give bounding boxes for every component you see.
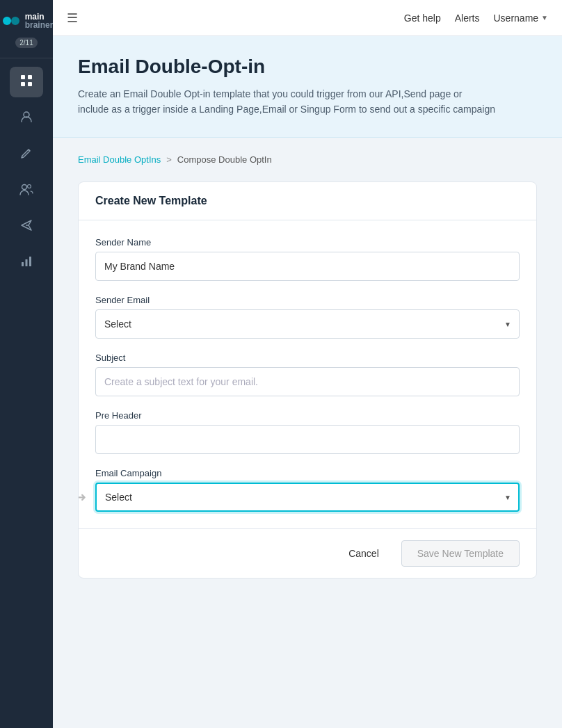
svg-rect-5: [28, 82, 32, 86]
username-label: Username: [494, 13, 539, 24]
svg-rect-3: [28, 75, 32, 79]
email-campaign-select-wrapper: Select: [95, 483, 520, 512]
pre-header-field-group: Pre Header: [95, 410, 520, 454]
logo-icon: [0, 10, 22, 32]
svg-point-1: [11, 17, 19, 25]
send-icon: [20, 219, 33, 235]
pre-header-input[interactable]: [95, 425, 520, 454]
main-content: Email Double-Opt-in Create an Email Doub…: [53, 36, 562, 728]
page-title: Email Double-Opt-in: [78, 56, 537, 78]
breadcrumb-link[interactable]: Email Double OptIns: [78, 154, 161, 165]
breadcrumb: Email Double OptIns > Compose Double Opt…: [78, 154, 537, 165]
svg-point-8: [28, 184, 31, 188]
svg-rect-4: [21, 82, 25, 86]
sidebar: main brainer 2/11: [0, 0, 53, 728]
sender-name-label: Sender Name: [95, 237, 520, 248]
page-header: Email Double-Opt-in Create an Email Doub…: [53, 36, 562, 138]
arrow-indicator-icon: ➜: [78, 490, 86, 505]
sidebar-item-grid[interactable]: [10, 67, 43, 97]
user-menu[interactable]: Username ▼: [494, 13, 549, 24]
content-area: Email Double OptIns > Compose Double Opt…: [53, 138, 562, 595]
alerts-link[interactable]: Alerts: [455, 13, 480, 24]
svg-point-7: [22, 184, 27, 189]
sender-name-field-group: Sender Name: [95, 237, 520, 281]
sidebar-item-contacts[interactable]: [10, 103, 43, 134]
save-new-template-button[interactable]: Save New Template: [401, 540, 520, 567]
sender-name-input[interactable]: [95, 252, 520, 281]
sender-email-select-wrapper: Select: [95, 309, 520, 339]
svg-rect-9: [22, 262, 24, 266]
analytics-icon: [20, 255, 33, 271]
subject-field-group: Subject: [95, 353, 520, 396]
logo-area: main brainer 2/11: [0, 0, 53, 58]
breadcrumb-current: Compose Double OptIn: [177, 154, 272, 165]
svg-point-0: [3, 17, 11, 25]
email-campaign-field-group: Email Campaign ➜ Select: [95, 468, 520, 512]
subject-input[interactable]: [95, 367, 520, 396]
sidebar-item-send[interactable]: [10, 211, 43, 242]
user-chevron-icon: ▼: [541, 14, 548, 22]
form-card: Create New Template Sender Name Sender E…: [78, 181, 537, 579]
form-footer: Cancel Save New Template: [79, 528, 536, 578]
sidebar-item-compose[interactable]: [10, 139, 43, 170]
breadcrumb-separator: >: [166, 154, 172, 165]
sender-email-select[interactable]: Select: [95, 309, 520, 339]
sidebar-navigation: [0, 58, 53, 286]
sender-email-field-group: Sender Email Select: [95, 295, 520, 339]
sender-email-label: Sender Email: [95, 295, 520, 305]
pre-header-label: Pre Header: [95, 410, 520, 421]
menu-toggle[interactable]: ☰: [67, 10, 78, 26]
sidebar-item-analytics[interactable]: [10, 248, 43, 278]
email-campaign-label: Email Campaign: [95, 468, 520, 478]
sidebar-item-users[interactable]: [10, 175, 43, 206]
page-description: Create an Email Double Opt-in template t…: [78, 86, 495, 118]
subject-label: Subject: [95, 353, 520, 363]
top-navigation: ☰ Get help Alerts Username ▼: [53, 0, 562, 36]
svg-rect-11: [29, 257, 31, 266]
brand-name: main brainer: [25, 13, 54, 29]
sidebar-badge: 2/11: [15, 38, 37, 48]
cancel-button[interactable]: Cancel: [337, 542, 390, 565]
compose-icon: [20, 147, 33, 163]
contacts-icon: [19, 110, 33, 127]
form-card-body: Sender Name Sender Email Select Subject: [79, 220, 536, 528]
topnav-links: Get help Alerts Username ▼: [404, 13, 548, 24]
form-card-title: Create New Template: [95, 195, 207, 207]
users-icon: [19, 183, 33, 199]
email-campaign-select[interactable]: Select: [95, 483, 520, 512]
svg-rect-2: [21, 75, 25, 79]
form-card-header: Create New Template: [79, 182, 536, 220]
get-help-link[interactable]: Get help: [404, 13, 441, 24]
grid-icon: [20, 74, 33, 90]
svg-rect-10: [26, 259, 28, 266]
